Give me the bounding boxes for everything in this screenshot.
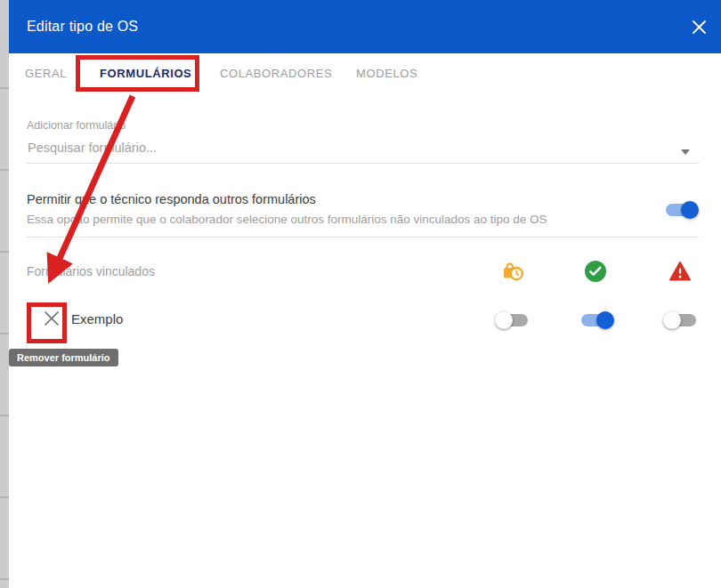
tab-modelos[interactable]: MODELOS xyxy=(356,53,417,94)
close-icon xyxy=(692,24,707,37)
row-pending-toggle[interactable] xyxy=(495,311,531,329)
remove-form-button[interactable] xyxy=(41,309,62,330)
tab-colaboradores[interactable]: COLABORADORES xyxy=(220,53,332,94)
allow-setting-toggle[interactable] xyxy=(663,201,699,219)
input-underline xyxy=(27,163,699,164)
tab-geral[interactable]: GERAL xyxy=(25,53,67,94)
modal-title: Editar tipo de OS xyxy=(27,0,138,53)
allow-setting-title: Permitir que o técnico responda outros f… xyxy=(27,192,316,206)
warning-icon xyxy=(668,260,692,283)
linked-forms-section-label: Formulários vinculados xyxy=(27,264,155,278)
page: Editar tipo de OS GERAL FORMULÁRIOS COLA… xyxy=(0,0,721,588)
add-form-label: Adicionar formulário xyxy=(27,119,126,132)
form-row-name: Exemplo xyxy=(71,311,123,326)
modal-header: Editar tipo de OS xyxy=(9,0,721,53)
tab-formularios[interactable]: FORMULÁRIOS xyxy=(100,53,191,94)
remove-form-icon xyxy=(42,318,61,331)
section-divider xyxy=(27,237,699,238)
toggle-knob xyxy=(663,311,681,329)
pending-time-icon xyxy=(501,260,524,283)
approved-check-icon xyxy=(584,260,607,283)
caret-down-icon[interactable] xyxy=(681,149,690,155)
row-approved-toggle[interactable] xyxy=(579,311,614,329)
tab-bar: GERAL FORMULÁRIOS COLABORADORES MODELOS xyxy=(9,53,721,94)
allow-setting-description: Essa opção permite que o colaborador sel… xyxy=(27,213,547,226)
toggle-knob xyxy=(596,311,614,329)
toggle-knob xyxy=(495,311,513,329)
row-warning-toggle[interactable] xyxy=(663,311,699,329)
close-button[interactable] xyxy=(692,20,707,35)
search-form-input[interactable]: Pesquisar formulário... xyxy=(28,141,157,155)
remove-form-tooltip: Remover formulário xyxy=(9,349,118,366)
edit-os-type-modal: Editar tipo de OS GERAL FORMULÁRIOS COLA… xyxy=(9,0,721,588)
toggle-knob xyxy=(681,201,699,219)
